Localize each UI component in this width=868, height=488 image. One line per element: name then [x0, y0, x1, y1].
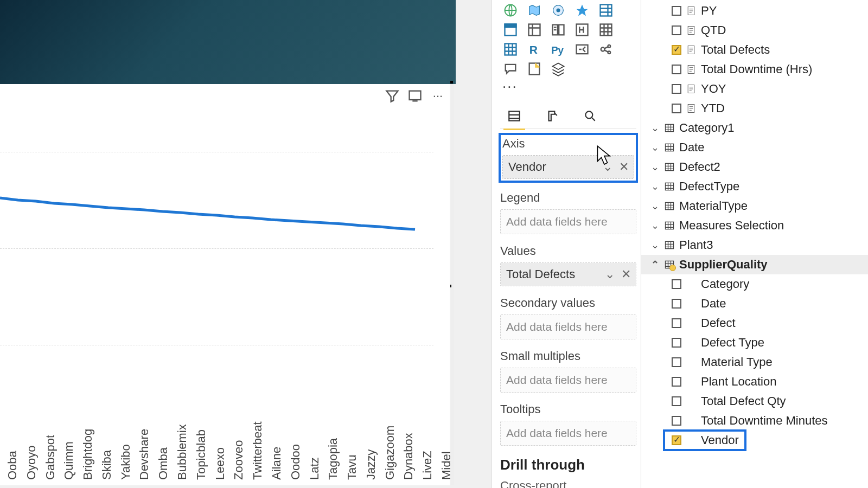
table-item[interactable]: ⌄ Date — [641, 138, 868, 157]
r-script-icon[interactable]: R — [524, 41, 545, 57]
chevron-down-icon[interactable]: ⌄ — [650, 161, 660, 173]
table-item[interactable]: ⌄ Measures Selection — [641, 216, 868, 235]
filter-icon[interactable] — [385, 88, 400, 104]
checkbox[interactable] — [672, 84, 681, 94]
field-item[interactable]: YTD — [641, 99, 868, 118]
chevron-down-icon[interactable]: ⌄ — [602, 160, 613, 174]
qa-visual-icon[interactable] — [500, 61, 521, 77]
checkbox[interactable] — [672, 377, 681, 387]
secondary-values-dropzone[interactable]: Add data fields here — [500, 314, 636, 339]
field-item[interactable]: Total Defect Qty — [641, 391, 868, 411]
analytics-tab-icon[interactable] — [579, 107, 601, 125]
table-icon[interactable] — [500, 22, 521, 38]
field-item[interactable]: Plant Location — [641, 372, 868, 391]
smart-narrative-icon[interactable] — [596, 41, 616, 57]
remove-field-icon[interactable]: ✕ — [621, 267, 631, 281]
matrix-icon[interactable] — [596, 2, 616, 18]
field-item[interactable]: Defect — [641, 313, 868, 333]
checkbox[interactable] — [672, 338, 681, 348]
field-item[interactable]: PY — [641, 1, 868, 21]
checkbox[interactable] — [672, 357, 681, 367]
table-item[interactable]: ⌄ MaterialType — [641, 196, 868, 216]
values-field-well[interactable]: Values Total Defects ⌄ ✕ — [500, 244, 636, 286]
key-influencers-icon[interactable] — [548, 22, 569, 38]
fields-tab-icon[interactable] — [503, 107, 525, 125]
checkbox[interactable] — [672, 416, 681, 426]
chevron-down-icon[interactable]: ⌄ — [650, 122, 660, 134]
chevron-down-icon[interactable]: ⌄ — [650, 239, 660, 251]
remove-field-icon[interactable]: ✕ — [618, 160, 629, 174]
svg-rect-33 — [666, 222, 674, 229]
axis-field-chip[interactable]: Vendor ⌄ ✕ — [503, 156, 634, 178]
r-visual-icon[interactable] — [524, 22, 545, 38]
field-item[interactable]: Total Defects — [641, 40, 868, 60]
shape-map-icon[interactable] — [548, 2, 569, 18]
field-item[interactable]: YOY — [641, 79, 868, 99]
matrix2-icon[interactable] — [500, 41, 521, 57]
table-item-supplierquality[interactable]: ⌃ SupplierQuality — [641, 255, 868, 274]
line-chart-visual[interactable]: ··· OobaOyoyoGabspotQuimmBrightdogSkibaY… — [0, 84, 450, 485]
checkbox[interactable] — [672, 299, 681, 309]
checkbox[interactable] — [672, 65, 681, 74]
field-item[interactable]: Total Downtime Minutes — [641, 411, 868, 431]
get-more-visuals-icon[interactable] — [548, 61, 569, 77]
secondary-values-field-well[interactable]: Secondary values Add data fields here — [500, 296, 636, 339]
chevron-down-icon[interactable]: ⌄ — [650, 220, 660, 232]
fields-pane: PY QTD Total Defects Total Downtime (Hrs… — [641, 0, 868, 488]
chevron-down-icon[interactable]: ⌄ — [650, 181, 660, 192]
chevron-down-icon[interactable]: ⌄ — [604, 267, 615, 281]
legend-dropzone[interactable]: Add data fields here — [500, 209, 636, 234]
table-item[interactable]: ⌄ DefectType — [641, 177, 868, 196]
more-options-icon[interactable]: ··· — [430, 88, 445, 104]
focus-mode-icon[interactable] — [407, 88, 423, 104]
field-item[interactable]: Category — [641, 274, 868, 294]
decomposition-tree-icon[interactable] — [572, 22, 592, 38]
page-edge — [492, 0, 496, 488]
checkbox[interactable] — [672, 396, 681, 406]
azure-map-icon[interactable] — [572, 2, 592, 18]
small-multiples-field-well[interactable]: Small multiples Add data fields here — [500, 349, 636, 393]
resize-handle[interactable] — [450, 81, 453, 84]
checkbox[interactable] — [672, 318, 681, 328]
tooltips-label: Tooltips — [500, 402, 636, 416]
table-item[interactable]: ⌄ Plant3 — [641, 235, 868, 255]
format-tab-icon[interactable] — [541, 107, 563, 125]
visual-scrollbar[interactable] — [451, 84, 454, 485]
field-item[interactable]: Defect Type — [641, 333, 868, 352]
axis-field-well[interactable]: Axis Vendor ⌄ ✕ — [500, 134, 636, 181]
svg-rect-12 — [505, 44, 516, 55]
table2-icon[interactable] — [596, 22, 616, 38]
paginated-report-icon[interactable] — [524, 61, 545, 77]
field-item[interactable]: QTD — [641, 21, 868, 40]
chart-line-series — [0, 115, 433, 408]
globe-map-icon[interactable] — [500, 2, 521, 18]
chevron-up-icon[interactable]: ⌃ — [650, 259, 660, 271]
checkbox[interactable] — [672, 435, 681, 445]
checkbox[interactable] — [672, 45, 681, 55]
legend-field-well[interactable]: Legend Add data fields here — [500, 191, 636, 234]
field-item[interactable]: Material Type — [641, 352, 868, 372]
checkbox[interactable] — [672, 104, 681, 113]
checkbox[interactable] — [672, 279, 681, 289]
py-script-icon[interactable]: Py — [548, 41, 569, 57]
filled-map-icon[interactable] — [524, 2, 545, 18]
more-visuals-ellipsis[interactable]: ··· — [500, 77, 636, 100]
chevron-down-icon[interactable]: ⌄ — [650, 200, 660, 212]
svg-rect-32 — [666, 202, 674, 209]
tooltips-dropzone[interactable]: Add data fields here — [500, 421, 636, 446]
field-item[interactable]: Date — [641, 294, 868, 313]
small-multiples-dropzone[interactable]: Add data fields here — [500, 368, 636, 393]
chevron-down-icon[interactable]: ⌄ — [650, 142, 660, 153]
checkbox[interactable] — [672, 6, 681, 16]
field-label: Plant Location — [701, 375, 776, 389]
field-item[interactable]: Total Downtime (Hrs) — [641, 60, 868, 79]
tooltips-field-well[interactable]: Tooltips Add data fields here — [500, 402, 636, 446]
field-label: YOY — [701, 82, 726, 96]
values-field-chip[interactable]: Total Defects ⌄ ✕ — [501, 263, 636, 286]
svg-rect-0 — [410, 91, 421, 100]
field-item-vendor[interactable]: Vendor — [664, 431, 745, 450]
key-driver-icon[interactable] — [572, 41, 592, 57]
table-item[interactable]: ⌄ Category1 — [641, 118, 868, 138]
table-item[interactable]: ⌄ Defect2 — [641, 157, 868, 177]
checkbox[interactable] — [672, 25, 681, 35]
